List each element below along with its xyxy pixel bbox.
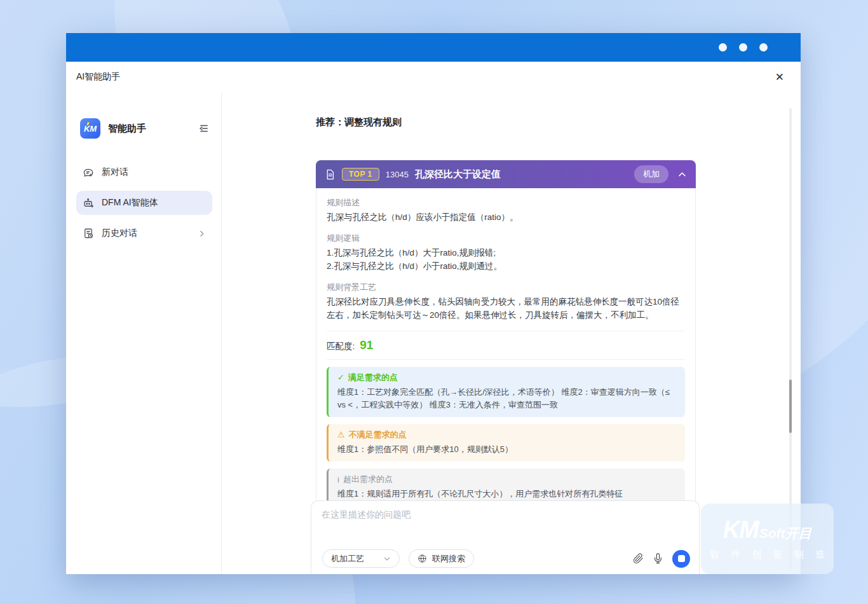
process-mode-value: 机加工艺	[331, 553, 364, 565]
unsatisfied-points-alert: ⚠ 不满足需求的点 维度1：参照值不同（用户要求10，规则默认5）	[327, 424, 685, 462]
stop-icon	[678, 555, 685, 562]
document-icon	[325, 169, 336, 180]
window-control-dot[interactable]	[759, 43, 768, 51]
rule-desc-text: 孔深与孔径之比（h/d）应该小于指定值（ratio）。	[327, 211, 685, 224]
chevron-up-icon[interactable]	[677, 170, 687, 179]
chat-input[interactable]	[311, 501, 699, 540]
warning-icon: ⚠	[337, 430, 345, 439]
web-search-label: 联网搜索	[432, 553, 465, 565]
alert-title: 超出需求的点	[343, 474, 393, 485]
rule-logic-line: 2.孔深与孔径之比（h/d）小于ratio,规则通过。	[327, 260, 685, 273]
match-score-value: 91	[360, 338, 373, 352]
scrollbar-thumb[interactable]	[789, 380, 792, 433]
rule-background-label: 规则背景工艺	[327, 282, 685, 293]
composer-toolbar: 机加工艺 联网搜索	[311, 549, 699, 568]
sidebar-item-label: 新对话	[102, 167, 128, 178]
rule-background-text: 孔深径比对应刀具悬伸长度，钻头因轴向受力较大，最常用的麻花钻悬伸长度一般可达10…	[327, 296, 685, 322]
microphone-button[interactable]	[653, 553, 663, 564]
microphone-icon	[653, 553, 663, 564]
web-search-button[interactable]: 联网搜索	[409, 549, 474, 568]
composer: 机加工艺 联网搜索	[311, 500, 700, 574]
paperclip-icon	[633, 553, 644, 564]
sidebar: KM 智能助手 新对话	[66, 92, 222, 574]
divider	[327, 359, 685, 360]
alert-text: 维度1：规则适用于所有孔（不论孔尺寸大小），用户需求也针对所有孔类特征	[337, 488, 676, 500]
history-icon	[83, 228, 94, 239]
rule-card-header[interactable]: TOP 1 13045 孔深径比大于设定值 机加	[316, 160, 696, 188]
match-score-row: 匹配度: 91	[327, 338, 685, 352]
chat-plus-icon	[83, 167, 94, 178]
sidebar-item-label: 历史对话	[102, 228, 190, 239]
robot-icon	[83, 197, 94, 209]
process-mode-select[interactable]: 机加工艺	[322, 549, 400, 568]
sidebar-item-history[interactable]: 历史对话	[76, 221, 212, 245]
sidebar-brand: KM 智能助手	[80, 118, 210, 139]
check-icon: ✓	[337, 373, 344, 382]
window-control-dot[interactable]	[719, 43, 727, 51]
stop-button[interactable]	[672, 550, 690, 568]
process-tag-badge: 机加	[634, 165, 668, 183]
divider	[327, 331, 685, 331]
match-score-label: 匹配度:	[327, 341, 355, 352]
attachment-button[interactable]	[633, 553, 644, 564]
sidebar-collapse-icon[interactable]	[198, 123, 210, 134]
rule-card-body: 规则描述 孔深与孔径之比（h/d）应该小于指定值（ratio）。 规则逻辑 1.…	[316, 188, 696, 537]
km-logo: KM	[80, 118, 100, 139]
rule-card: TOP 1 13045 孔深径比大于设定值 机加 规则描述 孔深与孔径之比（h/…	[316, 160, 696, 537]
globe-icon	[417, 554, 427, 563]
rule-logic-line: 1.孔深与孔径之比（h/d）大于ratio,规则报错;	[327, 247, 685, 260]
recommendation-heading: 推荐：调整现有规则	[316, 116, 402, 128]
window-control-dot[interactable]	[739, 43, 747, 51]
chat-main: 推荐：调整现有规则 TOP 1 13045 孔深径比大于设定值 机加	[222, 92, 801, 574]
alert-text: 维度1：参照值不同（用户要求10，规则默认5）	[337, 443, 676, 456]
alert-title: 满足需求的点	[348, 372, 398, 383]
app-window: AI智能助手 ✕ KM 智能助手 新对话	[66, 33, 801, 574]
close-icon[interactable]: ✕	[775, 72, 784, 83]
chevron-right-icon	[198, 230, 206, 238]
alert-title: 不满足需求的点	[349, 429, 407, 441]
sidebar-item-label: DFM AI智能体	[102, 197, 158, 209]
top-rank-badge: TOP 1	[342, 168, 379, 181]
sidebar-item-new-chat[interactable]: 新对话	[76, 160, 212, 184]
rule-desc-label: 规则描述	[327, 197, 685, 209]
chevron-down-icon	[383, 555, 391, 563]
alert-text: 维度1：工艺对象完全匹配（孔→长径比/深径比，术语等价） 维度2：审查逻辑方向一…	[337, 386, 676, 411]
rule-id: 13045	[386, 170, 409, 179]
info-icon: i	[337, 475, 339, 484]
brand-name: 智能助手	[108, 123, 198, 135]
sidebar-item-dfm-agent[interactable]: DFM AI智能体	[76, 191, 212, 215]
rule-logic-label: 规则逻辑	[327, 233, 685, 244]
scrollbar-track[interactable]	[789, 108, 792, 569]
window-titlebar	[66, 33, 801, 62]
satisfied-points-alert: ✓ 满足需求的点 维度1：工艺对象完全匹配（孔→长径比/深径比，术语等价） 维度…	[327, 367, 685, 417]
app-title: AI智能助手	[76, 71, 120, 83]
app-header: AI智能助手 ✕	[66, 62, 801, 92]
rule-title: 孔深径比大于设定值	[415, 168, 634, 181]
